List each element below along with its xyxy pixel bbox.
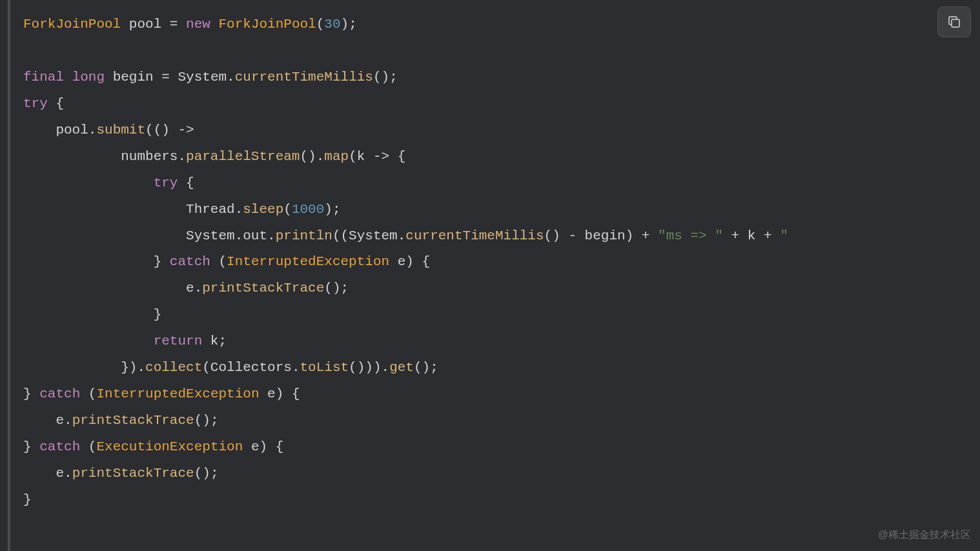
code-token bbox=[633, 228, 642, 243]
code-line: try { bbox=[23, 91, 980, 117]
code-token bbox=[560, 228, 569, 243]
code-token: ( bbox=[349, 149, 357, 164]
code-token: map bbox=[324, 149, 349, 164]
code-token: e. bbox=[23, 466, 72, 481]
code-line: }).collect(Collectors.toList())).get(); bbox=[23, 355, 980, 381]
code-token: return bbox=[154, 334, 203, 348]
code-token: 1000 bbox=[292, 202, 324, 217]
code-token: Thread. bbox=[23, 202, 243, 217]
code-line: return k; bbox=[23, 328, 980, 355]
code-token: { bbox=[267, 439, 283, 454]
code-token: e bbox=[243, 439, 259, 454]
code-token bbox=[772, 228, 781, 243]
code-token: k bbox=[357, 149, 373, 164]
code-token: ; bbox=[332, 202, 341, 217]
code-token bbox=[23, 175, 154, 190]
code-token: -> bbox=[178, 123, 194, 137]
code-token: ; bbox=[430, 360, 438, 375]
code-token: System. bbox=[170, 70, 235, 85]
code-token: ) bbox=[341, 17, 349, 32]
code-token bbox=[210, 17, 219, 32]
code-token: { bbox=[389, 149, 405, 164]
code-token: collect bbox=[145, 360, 202, 375]
code-token bbox=[723, 228, 731, 243]
code-token: ForkJoinPool bbox=[219, 17, 316, 32]
code-token: begin bbox=[105, 70, 161, 85]
code-token: () bbox=[194, 466, 210, 481]
code-token: ( bbox=[283, 202, 292, 217]
code-line bbox=[23, 38, 980, 65]
code-token: = bbox=[170, 17, 178, 32]
code-token: } bbox=[23, 307, 161, 322]
code-token: }). bbox=[23, 360, 145, 375]
code-token: try bbox=[154, 175, 178, 190]
code-token: pool. bbox=[23, 123, 96, 137]
code-token: ) bbox=[626, 228, 634, 243]
code-token: currentTimeMillis bbox=[235, 70, 373, 85]
code-token: printStackTrace bbox=[72, 466, 194, 481]
code-token: println bbox=[276, 228, 332, 243]
code-token: pool bbox=[121, 17, 170, 32]
code-token: () bbox=[373, 70, 389, 85]
code-token: ; bbox=[210, 466, 219, 481]
code-token: Collectors. bbox=[210, 360, 300, 375]
code-token: begin bbox=[577, 228, 626, 243]
code-token: + bbox=[731, 228, 740, 243]
code-token: System.out. bbox=[23, 228, 276, 243]
code-token: ; bbox=[349, 17, 357, 32]
code-token: long bbox=[72, 70, 105, 85]
code-token bbox=[178, 17, 186, 32]
code-line: ForkJoinPool pool = new ForkJoinPool(30)… bbox=[23, 12, 980, 38]
code-token: e. bbox=[23, 281, 202, 296]
code-token bbox=[170, 123, 178, 137]
code-token bbox=[649, 228, 658, 243]
code-token: ForkJoinPool bbox=[23, 17, 121, 32]
code-block: ForkJoinPool pool = new ForkJoinPool(30)… bbox=[8, 0, 980, 551]
code-token: e bbox=[389, 254, 405, 269]
code-token: new bbox=[186, 17, 210, 32]
code-token bbox=[210, 254, 219, 269]
code-token: - bbox=[568, 228, 577, 243]
code-line: } catch (ExecutionException e) { bbox=[23, 434, 980, 461]
code-token: catch bbox=[170, 254, 210, 269]
code-token: k bbox=[739, 228, 764, 243]
code-token: . bbox=[316, 149, 325, 164]
code-token: ExecutionException bbox=[96, 439, 243, 454]
code-token: 30 bbox=[324, 17, 340, 32]
code-line: numbers.parallelStream().map(k -> { bbox=[23, 144, 980, 170]
code-token: printStackTrace bbox=[72, 413, 194, 428]
code-token: () bbox=[300, 149, 316, 164]
code-token: -> bbox=[373, 149, 389, 164]
code-line: } bbox=[23, 302, 980, 328]
code-line: System.out.println((System.currentTimeMi… bbox=[23, 223, 980, 250]
code-token: catch bbox=[39, 439, 80, 454]
code-token: } bbox=[23, 439, 39, 454]
code-token: () bbox=[324, 281, 340, 296]
code-token: System. bbox=[349, 228, 405, 243]
code-token: ( bbox=[316, 17, 325, 32]
code-token: ) bbox=[324, 202, 332, 217]
code-token: "ms => " bbox=[658, 228, 723, 243]
code-token: } bbox=[23, 386, 39, 401]
code-token: e bbox=[260, 386, 276, 401]
code-token: ( bbox=[88, 386, 97, 401]
code-token: ( bbox=[218, 254, 227, 269]
code-line: } catch (InterruptedException e) { bbox=[23, 381, 980, 408]
code-token: = bbox=[161, 70, 170, 85]
watermark: @稀土掘金技术社区 bbox=[878, 525, 971, 545]
code-token: " bbox=[780, 228, 788, 243]
code-line: e.printStackTrace(); bbox=[23, 408, 980, 434]
code-token bbox=[64, 70, 72, 85]
code-token: () bbox=[544, 228, 560, 243]
code-line: } bbox=[23, 487, 980, 514]
code-token: parallelStream bbox=[186, 149, 300, 164]
code-token: InterruptedException bbox=[96, 386, 259, 401]
code-token: { bbox=[178, 175, 194, 190]
code-line: Thread.sleep(1000); bbox=[23, 197, 980, 223]
code-token: { bbox=[283, 386, 300, 401]
code-token: ) bbox=[260, 439, 268, 454]
code-token: (( bbox=[332, 228, 349, 243]
code-line: e.printStackTrace(); bbox=[23, 461, 980, 487]
code-token: try bbox=[23, 96, 48, 111]
code-token: () bbox=[414, 360, 430, 375]
